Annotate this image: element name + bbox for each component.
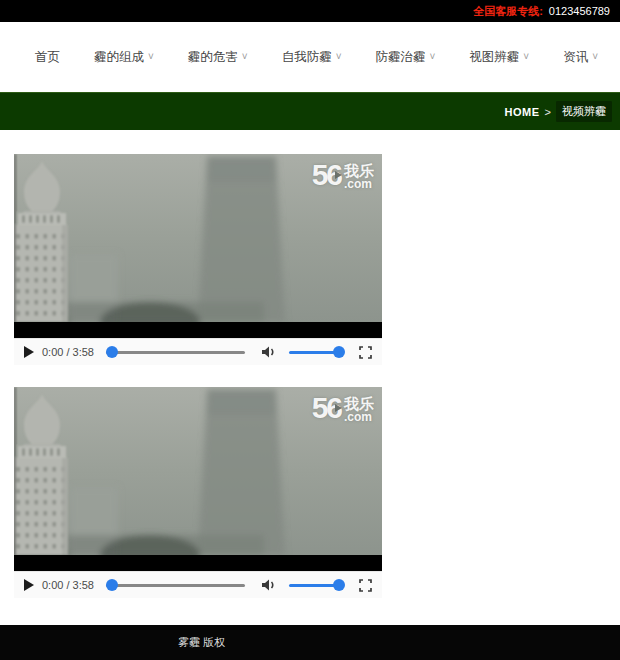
- watermark-56com: 56 我乐 .com: [312, 393, 374, 424]
- play-glyph-icon: [335, 404, 342, 412]
- watermark-domain: .com: [344, 178, 374, 191]
- nav-item-label: 防霾治霾: [375, 49, 425, 66]
- progress-bar[interactable]: [106, 346, 245, 358]
- fullscreen-button[interactable]: [359, 346, 372, 359]
- chevron-down-icon: ˅: [592, 52, 598, 62]
- video-frame[interactable]: 56 我乐 .com: [14, 387, 382, 555]
- play-button[interactable]: [24, 346, 34, 358]
- volume-slider[interactable]: [289, 579, 345, 591]
- nav-item-prevention[interactable]: 防霾治霾˅: [371, 49, 439, 66]
- breadcrumb-home[interactable]: HOME: [505, 106, 540, 118]
- chevron-down-icon: ˅: [523, 52, 529, 62]
- nav-item-label: 霾的危害: [188, 49, 238, 66]
- video-controls: 0:00 / 3:58: [14, 338, 382, 365]
- nav-item-label: 资讯: [563, 49, 588, 66]
- watermark-suffix: 我乐: [344, 396, 374, 411]
- volume-handle[interactable]: [333, 579, 345, 591]
- nav-item-composition[interactable]: 霾的组成˅: [90, 49, 158, 66]
- progress-track: [106, 584, 245, 587]
- nav-item-visual-identify[interactable]: 视图辨霾˅: [465, 49, 533, 66]
- nav-item-home[interactable]: 首页: [31, 49, 64, 66]
- progress-track: [106, 351, 245, 354]
- watermark-56com: 56 我乐 .com: [312, 160, 374, 191]
- nav-item-label: 视图辨霾: [469, 49, 519, 66]
- nav-item-news[interactable]: 资讯˅: [559, 49, 602, 66]
- video-controls: 0:00 / 3:58: [14, 571, 382, 598]
- nav-item-label: 自我防霾: [282, 49, 332, 66]
- video-letterbox: [14, 555, 382, 571]
- nav-item-self-protection[interactable]: 自我防霾˅: [278, 49, 346, 66]
- nav-items: 首页 霾的组成˅ 霾的危害˅ 自我防霾˅ 防霾治霾˅ 视图辨霾˅ 资讯˅: [31, 49, 602, 66]
- fullscreen-button[interactable]: [359, 579, 372, 592]
- play-glyph-icon: [335, 171, 342, 179]
- breadcrumb-current: 视频辨霾: [556, 101, 612, 122]
- video-letterbox: [14, 322, 382, 338]
- time-display: 0:00 / 3:58: [42, 346, 94, 358]
- nav-item-harm[interactable]: 霾的危害˅: [184, 49, 252, 66]
- watermark-suffix: 我乐: [344, 163, 374, 178]
- watermark-domain: .com: [344, 411, 374, 424]
- hotline-label: 全国客服专线:: [473, 4, 543, 19]
- chevron-down-icon: ˅: [336, 52, 342, 62]
- progress-bar[interactable]: [106, 579, 245, 591]
- nav-item-label: 霾的组成: [94, 49, 144, 66]
- volume-button[interactable]: [261, 578, 277, 592]
- video-player-2: 56 我乐 .com 0:00 / 3:58: [14, 387, 382, 598]
- chevron-down-icon: ˅: [242, 52, 248, 62]
- watermark-number: 56: [312, 393, 341, 424]
- video-player-1: 56 我乐 .com 0:00 / 3:58: [14, 154, 382, 365]
- footer: 雾霾 版权: [0, 625, 620, 660]
- progress-handle[interactable]: [106, 579, 118, 591]
- video-frame[interactable]: 56 我乐 .com: [14, 154, 382, 322]
- topbar: 全国客服专线: 0123456789: [0, 0, 620, 22]
- footer-copyright: 雾霾 版权: [178, 635, 225, 650]
- content-area: 56 我乐 .com 0:00 / 3:58: [0, 154, 620, 598]
- chevron-down-icon: ˅: [148, 52, 154, 62]
- volume-button[interactable]: [261, 345, 277, 359]
- time-display: 0:00 / 3:58: [42, 579, 94, 591]
- breadcrumb-bar: HOME > 视频辨霾: [0, 92, 620, 130]
- volume-handle[interactable]: [333, 346, 345, 358]
- nav-item-label: 首页: [35, 49, 60, 66]
- play-button[interactable]: [24, 579, 34, 591]
- hotline-number: 0123456789: [549, 5, 610, 17]
- main-nav: 首页 霾的组成˅ 霾的危害˅ 自我防霾˅ 防霾治霾˅ 视图辨霾˅ 资讯˅: [0, 22, 620, 92]
- watermark-number: 56: [312, 160, 341, 191]
- breadcrumb-separator: >: [545, 106, 551, 118]
- progress-handle[interactable]: [106, 346, 118, 358]
- volume-slider[interactable]: [289, 346, 345, 358]
- chevron-down-icon: ˅: [429, 52, 435, 62]
